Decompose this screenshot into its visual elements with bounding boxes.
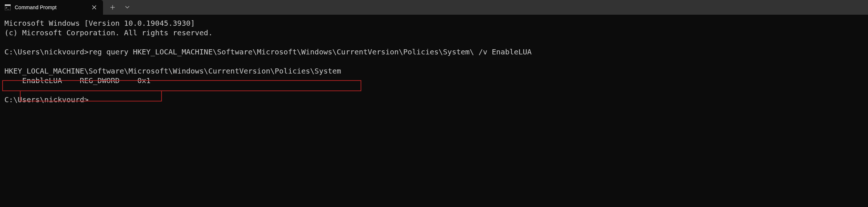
tab-dropdown-button[interactable] xyxy=(121,1,134,13)
command-1: reg query HKEY_LOCAL_MACHINE\Software\Mi… xyxy=(89,47,532,56)
titlebar: >_ Command Prompt xyxy=(0,0,868,15)
tab-close-button[interactable] xyxy=(90,3,99,12)
terminal-container: Microsoft Windows [Version 10.0.19045.39… xyxy=(0,15,868,108)
copyright-line: (c) Microsoft Corporation. All rights re… xyxy=(4,28,213,37)
output-value-type: REG_DWORD xyxy=(80,76,120,85)
command-prompt-icon: >_ xyxy=(4,4,11,11)
output-registry-key: HKEY_LOCAL_MACHINE\Software\Microsoft\Wi… xyxy=(4,67,341,75)
prompt-1: C:\Users\nickvourd> xyxy=(4,47,89,56)
tab-title: Command Prompt xyxy=(15,4,86,10)
prompt-2: C:\Users\nickvourd> xyxy=(4,95,89,104)
tab-command-prompt[interactable]: >_ Command Prompt xyxy=(0,0,103,15)
chevron-down-icon xyxy=(125,6,130,9)
output-value-name: EnableLUA xyxy=(22,76,62,85)
svg-rect-1 xyxy=(5,4,11,6)
tab-actions xyxy=(103,0,134,15)
new-tab-button[interactable] xyxy=(106,1,119,13)
svg-text:>_: >_ xyxy=(6,6,9,10)
close-icon xyxy=(92,5,96,10)
version-line: Microsoft Windows [Version 10.0.19045.39… xyxy=(4,19,195,28)
output-value-data: 0x1 xyxy=(137,76,150,85)
terminal-output[interactable]: Microsoft Windows [Version 10.0.19045.39… xyxy=(0,15,868,108)
plus-icon xyxy=(110,5,115,10)
